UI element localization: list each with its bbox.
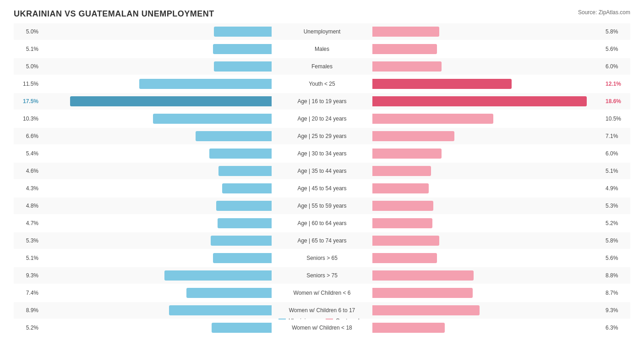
- bar-blue: [218, 166, 272, 176]
- row-label: Women w/ Children < 6: [272, 290, 372, 296]
- left-bar-container: [41, 27, 272, 37]
- table-row: 5.1% Males 5.6%: [14, 41, 630, 57]
- bar-blue: [70, 96, 272, 106]
- left-bar-container: [41, 288, 272, 298]
- left-bar-container: [41, 323, 272, 333]
- right-bar-container: [372, 201, 603, 211]
- right-value: 18.6%: [603, 98, 630, 105]
- bar-blue: [213, 44, 272, 54]
- right-value: 6.3%: [603, 325, 630, 331]
- row-label: Age | 55 to 59 years: [272, 203, 372, 209]
- right-value: 7.1%: [603, 133, 630, 139]
- right-value: 4.9%: [603, 185, 630, 192]
- right-bar-container: [372, 27, 603, 37]
- left-bar-container: [41, 114, 272, 124]
- bar-pink: [372, 288, 473, 298]
- right-value: 8.8%: [603, 272, 630, 279]
- bar-pink: [372, 96, 587, 106]
- bar-blue: [214, 61, 272, 72]
- right-value: 9.3%: [603, 307, 630, 314]
- bar-pink: [372, 270, 474, 281]
- left-bar-container: [41, 96, 272, 106]
- right-bar-container: [372, 96, 603, 106]
- bar-pink: [372, 114, 493, 124]
- right-bar-container: [372, 44, 603, 54]
- right-bar-container: [372, 218, 603, 228]
- left-bar-container: [41, 149, 272, 159]
- left-value: 17.5%: [14, 98, 41, 105]
- row-label: Women w/ Children 6 to 17: [272, 307, 372, 314]
- row-label: Youth < 25: [272, 81, 372, 87]
- row-label: Age | 45 to 54 years: [272, 185, 372, 192]
- right-bar-container: [372, 236, 603, 246]
- bar-blue: [211, 236, 272, 246]
- left-bar-container: [41, 218, 272, 228]
- left-bar-container: [41, 201, 272, 211]
- bar-pink: [372, 44, 437, 54]
- right-value: 10.5%: [603, 116, 630, 122]
- bar-pink: [372, 27, 439, 37]
- left-bar-container: [41, 131, 272, 141]
- right-bar-container: [372, 183, 603, 193]
- left-value: 4.3%: [14, 185, 41, 192]
- bar-pink: [372, 323, 445, 333]
- row-label: Seniors > 75: [272, 272, 372, 279]
- table-row: 17.5% Age | 16 to 19 years 18.6%: [14, 93, 630, 110]
- bar-blue: [216, 201, 272, 211]
- left-value: 6.6%: [14, 133, 41, 139]
- left-bar-container: [41, 166, 272, 176]
- left-value: 8.9%: [14, 307, 41, 314]
- left-value: 9.3%: [14, 272, 41, 279]
- right-bar-container: [372, 131, 603, 141]
- table-row: 11.5% Youth < 25 12.1%: [14, 76, 630, 92]
- row-label: Seniors > 65: [272, 255, 372, 261]
- left-bar-container: [41, 253, 272, 263]
- left-bar-container: [41, 44, 272, 54]
- left-bar-container: [41, 236, 272, 246]
- table-row: 4.7% Age | 60 to 64 years 5.2%: [14, 215, 630, 231]
- chart-area: 5.0% Unemployment 5.8% 5.1% Males 5.6% 5…: [14, 23, 630, 306]
- left-value: 5.4%: [14, 150, 41, 157]
- left-value: 10.3%: [14, 116, 41, 122]
- bar-blue: [209, 149, 272, 159]
- right-bar-container: [372, 323, 603, 333]
- table-row: 5.0% Females 6.0%: [14, 58, 630, 75]
- table-row: 4.8% Age | 55 to 59 years 5.3%: [14, 198, 630, 214]
- right-value: 8.7%: [603, 290, 630, 296]
- bar-pink: [372, 218, 432, 228]
- bar-blue: [214, 27, 272, 37]
- bar-pink: [372, 253, 437, 263]
- source-label: Source: ZipAtlas.com: [578, 9, 630, 16]
- left-value: 5.1%: [14, 46, 41, 52]
- bar-pink: [372, 166, 431, 176]
- left-value: 5.3%: [14, 237, 41, 244]
- bar-blue: [169, 305, 272, 315]
- table-row: 5.3% Age | 65 to 74 years 5.8%: [14, 232, 630, 249]
- left-value: 4.8%: [14, 203, 41, 209]
- left-value: 5.0%: [14, 63, 41, 70]
- row-label: Age | 25 to 29 years: [272, 133, 372, 139]
- row-label: Females: [272, 63, 372, 70]
- table-row: 9.3% Seniors > 75 8.8%: [14, 267, 630, 284]
- bar-blue: [139, 79, 272, 89]
- bar-blue: [212, 323, 272, 333]
- chart-container: UKRAINIAN VS GUATEMALAN UNEMPLOYMENT Sou…: [0, 0, 644, 347]
- right-value: 5.6%: [603, 255, 630, 261]
- left-bar-container: [41, 305, 272, 315]
- bar-blue: [213, 253, 272, 263]
- left-bar-container: [41, 270, 272, 281]
- right-bar-container: [372, 114, 603, 124]
- right-value: 5.3%: [603, 203, 630, 209]
- left-value: 5.2%: [14, 325, 41, 331]
- left-bar-container: [41, 183, 272, 193]
- row-label: Age | 65 to 74 years: [272, 237, 372, 244]
- row-label: Age | 35 to 44 years: [272, 168, 372, 174]
- table-row: 4.3% Age | 45 to 54 years 4.9%: [14, 180, 630, 197]
- left-value: 5.0%: [14, 28, 41, 35]
- row-label: Males: [272, 46, 372, 52]
- bar-pink: [372, 61, 442, 72]
- right-bar-container: [372, 61, 603, 72]
- bar-pink: [372, 236, 439, 246]
- bar-blue: [218, 218, 272, 228]
- right-bar-container: [372, 288, 603, 298]
